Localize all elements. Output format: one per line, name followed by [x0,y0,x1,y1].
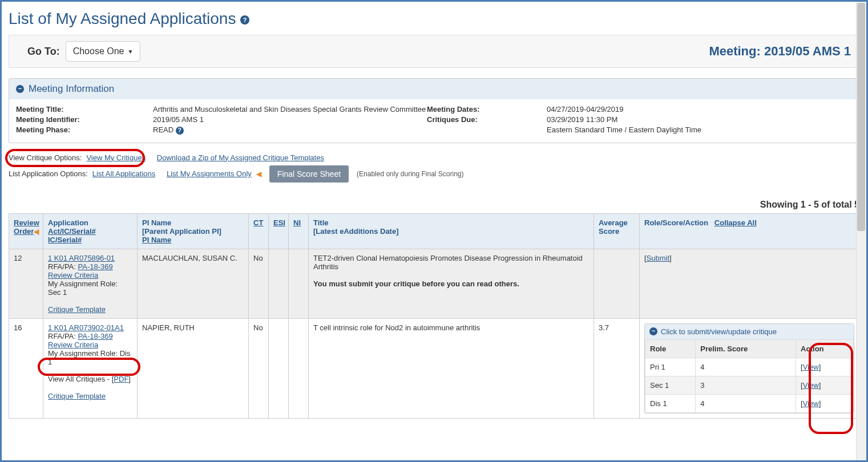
app-id-link[interactable]: 1 K01 AR073902-01A1 [48,323,124,332]
chevron-down-icon: ▼ [128,48,134,55]
critique-options-row: View Critique Options: View My Critiques… [9,153,859,162]
meeting-phase-value: READ ? [153,125,427,135]
critique-sub-title: Click to submit/view/update critique [661,327,777,336]
critique-options-label: View Critique Options: [9,153,82,162]
help-icon[interactable]: ? [176,127,184,135]
rfa-link[interactable]: PA-18-369 [78,332,113,341]
inner-score: 4 [696,358,796,376]
app-options-label: List Application Options: [9,169,88,178]
col-role-score-action: Role/Score/Action [644,218,708,227]
cell-avg [594,249,640,318]
inner-score: 3 [696,376,796,394]
col-avg-score: Average Score [594,213,640,249]
meeting-info-grid: Meeting Title: Arthritis and Musculoskel… [16,105,852,135]
inner-row: Dis 1 4 [View] [645,394,854,412]
view-link[interactable]: View [803,363,819,371]
view-link[interactable]: View [803,399,819,408]
col-application-l2[interactable]: Act/IC/Serial# [48,227,96,236]
meeting-title-value: Arthritis and Musculoskeletal and Skin D… [153,105,427,114]
list-all-apps-link[interactable]: List All Applications [92,169,156,178]
cell-ni [289,318,309,418]
app-id-link[interactable]: 1 K01 AR075896-01 [48,254,115,262]
cell-title: TET2-driven Clonal Hematopoiesis Promote… [313,254,583,271]
annotation-oval [38,358,140,376]
collapse-all-link[interactable]: Collapse All [714,218,757,227]
cell-title: T cell intrinsic role for Nod2 in autoim… [309,318,594,418]
critique-sub-header[interactable]: − Click to submit/view/update critique [645,324,854,339]
scrollbar-vertical[interactable] [856,2,866,462]
cell-pi: NAPIER, RUTH [138,318,249,418]
critiques-due-label: Critiques Due: [427,115,547,124]
page-title: List of My Assigned Applications ? [9,10,859,28]
inner-role: Pri 1 [645,358,696,376]
col-esi[interactable]: ESI [273,218,285,227]
col-title-l2: [Latest eAdditions Date] [313,227,399,236]
rfa-link[interactable]: PA-18-369 [78,262,113,271]
meeting-title-label: Meeting Title: [16,105,153,114]
review-criteria-link[interactable]: Review Criteria [48,341,98,349]
cell-ni [289,249,309,318]
cell-ct: No [249,249,269,318]
title-note: You must submit your critique before you… [313,279,519,288]
applications-table: Review Order◀ Application Act/IC/Serial#… [9,213,859,419]
rfa-prefix: RFA/PA: [48,262,78,271]
table-header-row: Review Order◀ Application Act/IC/Serial#… [9,213,859,249]
col-application-l1: Application [48,218,88,227]
showing-count: Showing 1 - 5 of total 5 [9,200,859,210]
meeting-banner-value: 2019/05 AMS 1 [764,44,851,58]
view-my-critiques-link[interactable]: View My Critiques [86,153,146,162]
inner-col-role: Role [645,339,696,358]
col-pi-l1: PI Name [142,218,171,227]
goto-selected: Choose One [73,46,124,56]
review-criteria-link[interactable]: Review Criteria [48,271,98,279]
col-ni[interactable]: NI [293,218,301,227]
table-row: 12 1 K01 AR075896-01 RFA/PA: PA-18-369 R… [9,249,859,318]
inner-row: Sec 1 3 [View] [645,376,854,394]
meeting-info-panel: − Meeting Information Meeting Title: Art… [9,78,859,143]
critique-template-link[interactable]: Critique Template [48,305,106,314]
help-icon[interactable]: ? [240,15,249,25]
col-title-l1: Title [313,218,329,227]
critique-template-link[interactable]: Critique Template [48,392,106,400]
view-link[interactable]: View [803,381,819,390]
meeting-dates-label: Meeting Dates: [427,105,547,114]
col-ct[interactable]: CT [253,218,263,227]
view-all-prefix: View All Critiques - [ [48,375,114,383]
cell-avg: 3.7 [594,318,640,418]
meeting-id-value: 2019/05 AMS 1 [153,115,427,124]
inner-col-action: Action [796,339,854,358]
inner-role: Sec 1 [645,376,696,394]
page-title-text: List of My Assigned Applications [9,10,236,27]
cell-order: 16 [9,318,43,418]
assignment-role: My Assignment Role: Sec 1 [48,279,118,297]
meeting-banner: Meeting: 2019/05 AMS 1 [709,44,851,59]
submit-link[interactable]: Submit [647,254,669,262]
meeting-info-header[interactable]: − Meeting Information [9,79,859,99]
collapse-icon: − [16,85,24,93]
view-all-suffix: ] [128,375,131,383]
col-pi-l2: [Parent Application PI] [142,227,221,236]
rfa-prefix: RFA/PA: [48,332,78,341]
meeting-phase-text: READ [153,125,173,134]
cell-esi [269,318,289,418]
inner-col-score: Prelim. Score [696,339,796,358]
list-my-assignments-link[interactable]: List My Assignments Only [167,169,252,178]
col-pi-l3[interactable]: PI Name [142,236,171,244]
inner-row: Pri 1 4 [View] [645,358,854,376]
view-all-pdf-link[interactable]: PDF [114,375,128,383]
download-zip-link[interactable]: Download a Zip of My Assigned Critique T… [157,153,324,162]
meeting-dates-value: 04/27/2019-04/29/2019 [547,105,852,114]
inner-score: 4 [696,394,796,412]
final-score-sheet-button[interactable]: Final Score Sheet [269,165,349,183]
app-options-row: List Application Options: List All Appli… [9,165,859,183]
timezone-value: Eastern Standard Time / Eastern Daylight… [547,125,852,135]
cell-order: 12 [9,249,43,318]
critique-sub-panel: − Click to submit/view/update critique R… [644,323,854,414]
assignment-role: My Assignment Role: Dis 1 [48,349,131,366]
table-row: 16 1 K01 AR073902-01A1 RFA/PA: PA-18-369… [9,318,859,418]
meeting-phase-label: Meeting Phase: [16,125,153,135]
scrollbar-thumb[interactable] [857,3,865,231]
col-application-l3[interactable]: IC/Serial# [48,236,82,244]
critiques-due-value: 03/29/2019 11:30 PM [547,115,852,124]
goto-select[interactable]: Choose One ▼ [66,41,141,62]
